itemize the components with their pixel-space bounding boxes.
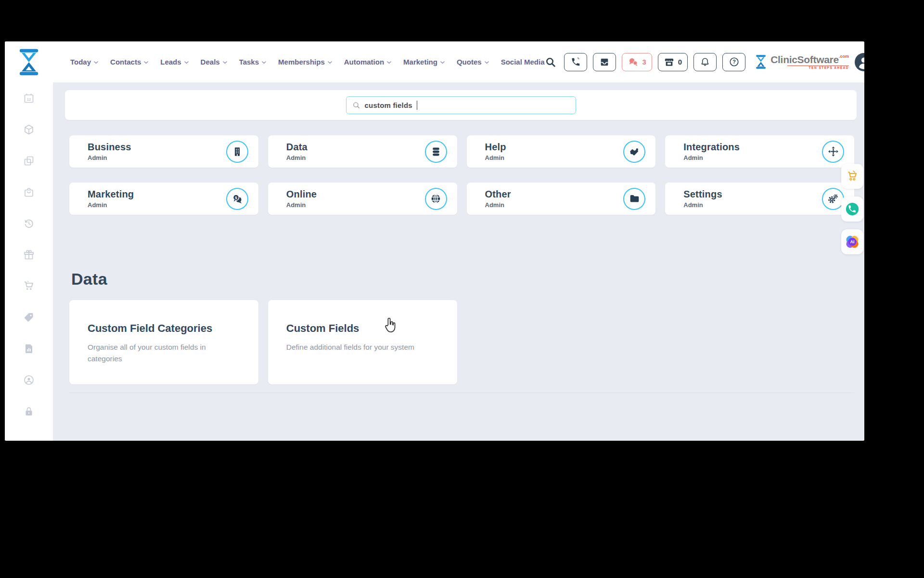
category-title: Online	[286, 189, 317, 200]
module-search-input[interactable]: custom fields	[346, 96, 576, 114]
search-icon[interactable]	[545, 56, 556, 68]
category-subtitle: Admin	[683, 154, 740, 161]
move-arrows-icon	[822, 141, 844, 163]
category-card-online[interactable]: OnlineAdmin	[268, 183, 457, 215]
hourglass-logo-icon	[18, 48, 40, 76]
nav-label: Deals	[201, 58, 220, 66]
main-content: custom fields BusinessAdmin DataAdmin He…	[53, 82, 864, 441]
category-title: Settings	[683, 189, 722, 200]
brand-tld: .com	[839, 54, 849, 59]
nav-item-leads[interactable]: Leads	[160, 58, 188, 66]
chevron-down-icon	[387, 61, 391, 64]
category-title: Business	[88, 142, 131, 153]
nav-item-contacts[interactable]: Contacts	[110, 58, 148, 66]
topbar-actions: 3 0 ?	[545, 53, 864, 71]
category-card-integrations[interactable]: IntegrationsAdmin	[665, 135, 854, 168]
nav-item-marketing[interactable]: Marketing	[403, 58, 445, 66]
category-card-marketing[interactable]: MarketingAdmin $	[69, 183, 258, 215]
text-caret	[417, 101, 418, 110]
result-card-custom-field-categories[interactable]: Custom Field Categories Organise all of …	[69, 300, 258, 384]
nav-item-deals[interactable]: Deals	[201, 58, 227, 66]
left-sidebar: 12	[5, 82, 53, 441]
category-subtitle: Admin	[485, 154, 506, 161]
search-value: custom fields	[365, 101, 412, 109]
database-icon	[425, 141, 447, 163]
category-title: Marketing	[88, 189, 134, 200]
cart-icon[interactable]	[23, 280, 35, 292]
category-card-help[interactable]: HelpAdmin	[467, 135, 656, 168]
gift-icon[interactable]	[23, 249, 35, 261]
report-icon[interactable]	[23, 343, 35, 355]
results-section-heading: Data	[71, 270, 864, 289]
account-icon[interactable]	[23, 374, 35, 386]
chevron-down-icon	[485, 61, 489, 64]
user-avatar[interactable]	[855, 53, 864, 71]
handshake-icon	[623, 141, 645, 163]
chevron-down-icon	[328, 61, 332, 64]
nav-item-automation[interactable]: Automation	[344, 58, 391, 66]
building-icon	[226, 141, 248, 163]
results-grid: Custom Field Categories Organise all of …	[69, 300, 854, 384]
nav-label: Quotes	[457, 58, 482, 66]
svg-text:AI: AI	[850, 239, 855, 244]
chevron-down-icon	[440, 61, 445, 64]
notifications-button[interactable]	[693, 53, 717, 71]
category-card-business[interactable]: BusinessAdmin	[69, 135, 258, 168]
phone-icon	[570, 57, 580, 67]
chevron-down-icon	[184, 61, 189, 64]
inbox-button[interactable]	[593, 53, 616, 71]
category-title: Other	[485, 189, 511, 200]
package-icon[interactable]	[23, 124, 35, 135]
shopping-bag-icon[interactable]	[23, 186, 35, 198]
history-icon[interactable]	[23, 218, 35, 229]
category-card-settings[interactable]: SettingsAdmin	[665, 183, 854, 215]
chat-count-badge: 3	[642, 58, 646, 66]
nav-label: Contacts	[110, 58, 141, 66]
nav-item-memberships[interactable]: Memberships	[278, 58, 332, 66]
category-grid: BusinessAdmin DataAdmin HelpAdmin Integr…	[69, 135, 854, 215]
result-title: Custom Field Categories	[88, 322, 245, 335]
help-button[interactable]: ?	[722, 53, 745, 71]
nav-item-social-media[interactable]: Social Media	[501, 58, 545, 66]
category-card-other[interactable]: OtherAdmin	[467, 183, 656, 215]
tag-icon[interactable]	[23, 312, 35, 323]
chevron-down-icon	[262, 61, 266, 64]
chat-button[interactable]: 3	[622, 53, 652, 71]
category-title: Help	[485, 142, 506, 153]
ai-assistant-float-button[interactable]: AI	[841, 229, 863, 254]
inbox-icon	[599, 57, 610, 67]
category-card-data[interactable]: DataAdmin	[268, 135, 457, 168]
chevron-down-icon	[144, 61, 148, 64]
cart-float-button[interactable]	[841, 164, 863, 189]
dollar-chat-icon: $	[226, 188, 248, 210]
category-title: Data	[286, 142, 308, 153]
nav-label: Memberships	[278, 58, 325, 66]
nav-item-tasks[interactable]: Tasks	[239, 58, 266, 66]
lock-icon[interactable]	[23, 406, 35, 417]
phone-button[interactable]	[564, 53, 587, 71]
chevron-down-icon	[94, 61, 98, 64]
cart-icon	[846, 170, 859, 183]
whatsapp-float-button[interactable]	[841, 197, 863, 222]
category-subtitle: Admin	[286, 201, 317, 209]
category-title: Integrations	[683, 142, 740, 153]
nav-item-quotes[interactable]: Quotes	[457, 58, 489, 66]
nav-item-today[interactable]: Today	[70, 58, 98, 66]
chat-bubbles-icon	[628, 57, 639, 67]
top-bar: Today Contacts Leads Deals Tasks Members…	[5, 41, 864, 82]
folder-icon	[623, 188, 645, 210]
category-subtitle: Admin	[88, 154, 131, 161]
store-button[interactable]: 0	[658, 53, 688, 71]
category-subtitle: Admin	[683, 201, 722, 209]
category-subtitle: Admin	[485, 201, 511, 209]
svg-text:12: 12	[27, 97, 31, 102]
calendar-icon[interactable]: 12	[23, 92, 35, 104]
category-subtitle: Admin	[88, 201, 134, 209]
copy-icon[interactable]	[23, 155, 35, 167]
brand-logo[interactable]: ClinicSoftware.com TEN STEPS AHEAD	[755, 54, 849, 70]
brand-text: ClinicSoftware.com TEN STEPS AHEAD	[770, 54, 849, 70]
app-logo[interactable]	[5, 48, 53, 76]
result-card-custom-fields[interactable]: Custom Fields Define additional fields f…	[268, 300, 457, 384]
globe-icon	[425, 188, 447, 210]
store-icon	[664, 57, 675, 67]
